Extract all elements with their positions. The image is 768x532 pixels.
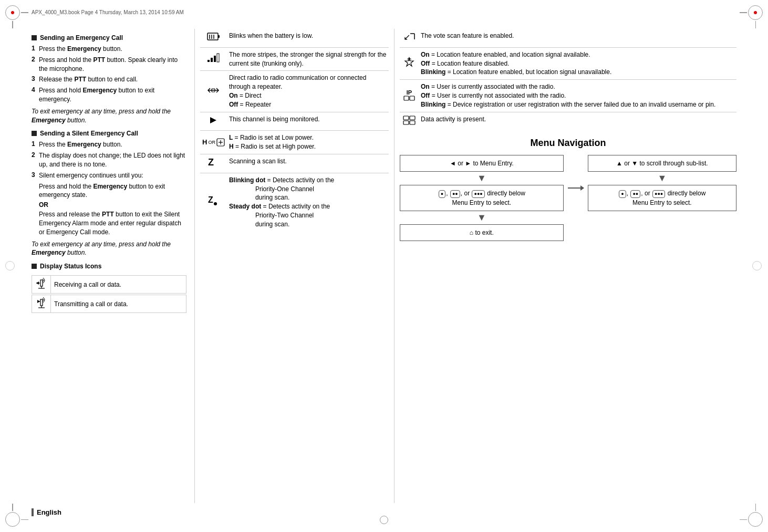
svg-rect-30 <box>404 96 409 100</box>
left-column: Sending an Emergency Call 1 Press the Em… <box>32 29 194 503</box>
repeater-text: Direct radio to radio communication or c… <box>227 71 389 112</box>
corner-mark-tl <box>5 5 26 26</box>
menu-nav-section: Menu Navigation ◄ or ► to Menu Entry. ▼ … <box>400 138 736 241</box>
menu-nav-title: Menu Navigation <box>400 138 736 149</box>
nav-left-flow: ◄ or ► to Menu Entry. ▼ ●, ●●, or ●●● di… <box>400 155 564 241</box>
step1-1: 1 Press the Emergency button. <box>32 45 186 54</box>
battery-icon <box>200 29 227 47</box>
signal-text: The more stripes, the stronger the signa… <box>227 47 389 71</box>
step1-3: 3 Release the PTT button to end call. <box>32 75 186 84</box>
svg-rect-32 <box>403 116 409 120</box>
svg-marker-19 <box>210 117 216 123</box>
ip-user-icon: IP <box>400 80 419 112</box>
step1-2: 2 Press and hold the PTT button. Speak c… <box>32 56 186 74</box>
svg-text:↙: ↙ <box>403 33 410 41</box>
nav-diagram: ◄ or ► to Menu Entry. ▼ ●, ●●, or ●●● di… <box>400 155 736 241</box>
right-icon-table: ↙ The vote scan feature is enabled. <box>400 29 736 130</box>
scan-text: Scanning a scan list. <box>227 154 389 173</box>
corner-mark-tr <box>742 5 763 26</box>
status-row-transmitting: Transmitting a call or data. <box>32 295 186 313</box>
transmitting-icon <box>32 295 51 312</box>
section2-heading: Sending a Silent Emergency Call <box>32 130 186 137</box>
step2-2-text: The display does not change; the LED doe… <box>39 151 186 169</box>
ip-user-text: On = User is currently associated with t… <box>419 80 736 112</box>
nav-connector <box>568 155 584 189</box>
table-row: ↙ The vote scan feature is enabled. <box>400 29 736 47</box>
svg-rect-34 <box>403 121 409 124</box>
mid-column: Blinks when the battery is low. The more… <box>194 29 394 503</box>
section1-icon <box>32 35 37 40</box>
step1-4-num: 4 <box>32 86 39 93</box>
step2-3-or: OR <box>39 201 186 208</box>
nav-box1: ◄ or ► to Menu Entry. <box>400 155 564 172</box>
side-mark-left <box>5 261 16 272</box>
english-label: English <box>32 508 61 516</box>
nav-right-flow: ▲ or ▼ to scroll through sub-list. ▼ ●, … <box>588 155 736 211</box>
nav-right-arrow: ▼ <box>588 173 736 184</box>
step2-3-sub2: Press and release the PTT button to exit… <box>39 210 186 236</box>
mid-icon-table: Blinks when the battery is low. The more… <box>200 29 389 232</box>
svg-rect-8 <box>207 33 218 40</box>
scan-dot-text: Blinking dot = Detects activity on the P… <box>227 173 389 231</box>
corner-mark-bl <box>5 506 26 527</box>
step1-4: 4 Press and hold Emergency button to exi… <box>32 86 186 104</box>
step2-1: 1 Press the Emergency button. <box>32 140 186 149</box>
nav-right-box2: ●, ●●, or ●●● directly belowMenu Entry t… <box>588 185 736 211</box>
power-icon: H OR <box>200 131 227 154</box>
step1-3-text: Release the PTT button to end call. <box>39 75 138 84</box>
repeater-icon <box>200 71 227 112</box>
rbtn1-icon: ● <box>619 190 626 198</box>
svg-text:Z: Z <box>208 157 214 168</box>
svg-text:Z: Z <box>208 195 213 204</box>
step2-2-num: 2 <box>32 151 39 159</box>
step1-2-text: Press and hold the PTT button. Speak cle… <box>39 56 186 74</box>
corner-mark-br <box>742 506 763 527</box>
scan-dot-icon: Z <box>200 173 227 231</box>
section3-icon <box>32 264 37 269</box>
rbtn3-icon: ●●● <box>652 190 665 198</box>
nav-box3: ⌂ to exit. <box>400 224 564 241</box>
vote-scan-icon: ↙ <box>400 29 419 47</box>
display-status-rows: Receiving a call or data. Transmitti <box>32 275 186 313</box>
table-row: Direct radio to radio communication or c… <box>200 71 389 112</box>
svg-rect-15 <box>214 56 216 62</box>
svg-rect-35 <box>410 121 415 124</box>
section2-note: To exit emergency at any time, press and… <box>32 240 186 258</box>
btn1-icon: ● <box>439 190 445 198</box>
location-icon <box>400 47 419 79</box>
svg-rect-4 <box>40 299 43 306</box>
table-row: Blinks when the battery is low. <box>200 29 389 47</box>
status-row-receiving: Receiving a call or data. <box>32 275 186 294</box>
table-row: H OR L = Radio is set at Low power. H = … <box>200 131 389 154</box>
bottom-center-mark <box>380 516 388 524</box>
main-content: Sending an Emergency Call 1 Press the Em… <box>32 29 736 503</box>
header-file-info: APX_4000_M3.book Page 4 Thursday, March … <box>32 9 184 15</box>
step2-3-num: 3 <box>32 171 39 179</box>
step1-1-text: Press the Emergency button. <box>39 45 122 54</box>
section1-title: Sending an Emergency Call <box>40 34 123 41</box>
svg-rect-16 <box>217 54 219 62</box>
receiving-icon <box>32 276 51 293</box>
table-row: Z Scanning a scan list. <box>200 154 389 173</box>
step2-1-text: Press the Emergency button. <box>39 140 122 149</box>
monitor-icon <box>200 112 227 131</box>
data-text: Data activity is present. <box>419 112 736 130</box>
btn2-icon: ●● <box>450 190 460 198</box>
right-column: ↙ The vote scan feature is enabled. <box>394 29 736 503</box>
section3-title: Display Status Icons <box>40 263 101 270</box>
side-mark-right <box>752 261 763 272</box>
svg-rect-31 <box>410 96 414 100</box>
step1-4-text: Press and hold Emergency button to exit … <box>39 86 186 104</box>
step2-3-text: Silent emergency continues until you: <box>39 171 143 180</box>
step1-3-num: 3 <box>32 75 39 82</box>
receiving-text: Receiving a call or data. <box>51 279 124 290</box>
location-text: On = Location feature enabled, and locat… <box>419 47 736 79</box>
table-row: The more stripes, the stronger the signa… <box>200 47 389 71</box>
step1-2-num: 2 <box>32 56 39 63</box>
section1-note: To exit emergency at any time, press and… <box>32 107 186 125</box>
scan-icon: Z <box>200 154 227 173</box>
step2-2: 2 The display does not change; the LED d… <box>32 151 186 169</box>
table-row: Data activity is present. <box>400 112 736 130</box>
table-row: IP On = User is currently associated wit… <box>400 80 736 112</box>
data-icon <box>400 112 419 130</box>
